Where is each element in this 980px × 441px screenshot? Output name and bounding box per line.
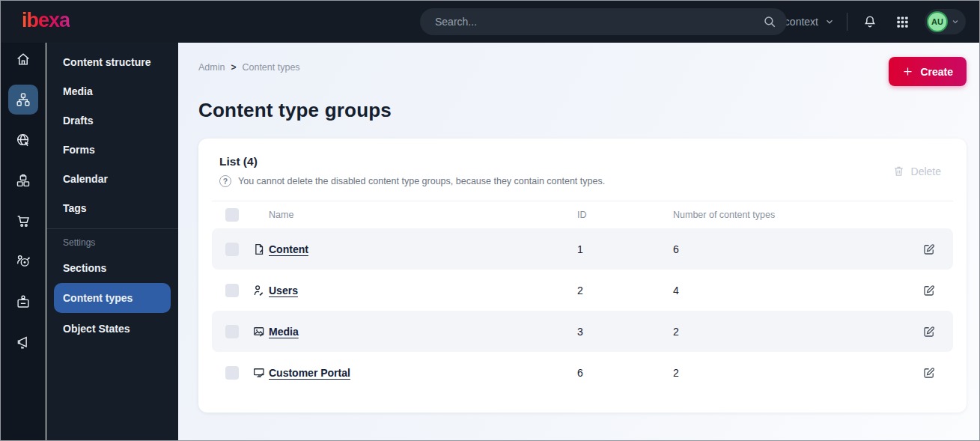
product-catalog-icon[interactable] [8,165,38,195]
create-button[interactable]: Create [889,57,967,86]
column-header-name: Name [269,210,573,220]
icon-rail [1,43,46,440]
bell-icon [862,14,877,29]
help-text: You cannot delete the disabled content t… [238,176,605,186]
sidebar-item-calendar[interactable]: Calendar [46,164,178,193]
breadcrumb-separator: > [231,62,236,73]
search-icon [763,15,776,28]
sidebar-item-object-states[interactable]: Object States [46,314,178,343]
list-title: List (4) [219,155,605,168]
breadcrumb: Admin > Content types [198,57,300,73]
delete-button-label: Delete [911,165,941,177]
content-structure-icon[interactable] [8,85,38,115]
sidebar-item-tags[interactable]: Tags [46,193,178,222]
sidebar-item-drafts[interactable]: Drafts [46,106,178,135]
row-checkbox[interactable] [225,243,239,256]
breadcrumb-content-types: Content types [242,62,299,73]
create-button-label: Create [920,66,953,78]
row-checkbox[interactable] [225,284,239,297]
notifications-button[interactable] [859,11,880,32]
main-content: Admin > Content types Create Content typ… [178,43,979,440]
page-title: Content type groups [198,99,967,122]
sidebar-item-content-types[interactable]: Content types [54,283,171,313]
sidebar-item-sections[interactable]: Sections [46,253,178,282]
customer-portal-monitor-icon [249,366,269,380]
table-header-row: Name ID Number of content types [212,201,953,228]
group-id: 6 [573,367,669,379]
user-menu[interactable]: AU [925,9,966,34]
marketing-megaphone-icon[interactable] [8,327,38,357]
personalization-icon[interactable] [8,246,38,276]
app-window: ibexa Site: All context [0,0,980,441]
column-header-id: ID [573,210,669,220]
chevron-down-icon [951,17,960,26]
table-row: Media 3 2 [212,311,953,352]
topbar-divider [847,13,847,31]
site-icon[interactable] [8,125,38,155]
column-header-count: Number of content types [669,210,913,220]
edit-button[interactable] [919,322,939,341]
edit-button[interactable] [919,363,939,383]
select-all-checkbox[interactable] [225,208,239,222]
group-name-link[interactable]: Content [269,243,308,255]
edit-button[interactable] [919,281,939,300]
table-row: Customer Portal 6 2 [212,352,953,393]
sidebar-item-content-structure[interactable]: Content structure [46,47,178,76]
content-type-groups-table: Name ID Number of content types Content … [212,201,953,393]
sidebar-item-forms[interactable]: Forms [46,135,178,164]
table-row: Content 1 6 [212,228,953,270]
chevron-down-icon [824,16,835,27]
commerce-cart-icon[interactable] [8,206,38,236]
group-name-link[interactable]: Users [269,285,298,296]
group-name-link[interactable]: Media [269,326,299,338]
group-id: 3 [573,326,669,338]
search-bar[interactable] [420,8,787,35]
breadcrumb-admin[interactable]: Admin [198,62,225,73]
group-id: 2 [573,285,669,296]
plus-icon [902,66,913,77]
row-checkbox[interactable] [225,366,239,380]
avatar: AU [927,11,948,32]
settings-section-label: Settings [46,232,178,253]
admin-icon[interactable] [8,287,38,317]
search-input[interactable] [433,15,763,28]
trash-icon [892,165,905,177]
home-icon[interactable] [8,44,38,74]
help-icon: ? [219,175,231,187]
media-image-icon [249,325,269,338]
app-grid-icon [895,15,910,29]
table-row: Users 2 4 [212,270,953,311]
group-count: 2 [669,367,913,379]
app-switcher-button[interactable] [892,12,913,32]
group-name-link[interactable]: Customer Portal [269,367,350,379]
content-type-groups-card: List (4) ? You cannot delete the disable… [198,139,967,413]
sidebar-menu: Content structure Media Drafts Forms Cal… [46,43,178,440]
ibexa-logo: ibexa [22,10,70,34]
content-file-icon [249,243,269,256]
group-count: 2 [669,326,913,338]
row-checkbox[interactable] [225,325,239,338]
edit-button[interactable] [919,240,939,259]
group-count: 4 [669,285,913,296]
group-id: 1 [573,243,669,255]
group-count: 6 [669,243,913,255]
delete-button[interactable]: Delete [888,164,946,178]
sidebar-item-media[interactable]: Media [46,76,178,106]
top-bar: ibexa Site: All context [1,1,979,43]
users-icon [249,284,269,297]
menu-divider [46,228,178,229]
